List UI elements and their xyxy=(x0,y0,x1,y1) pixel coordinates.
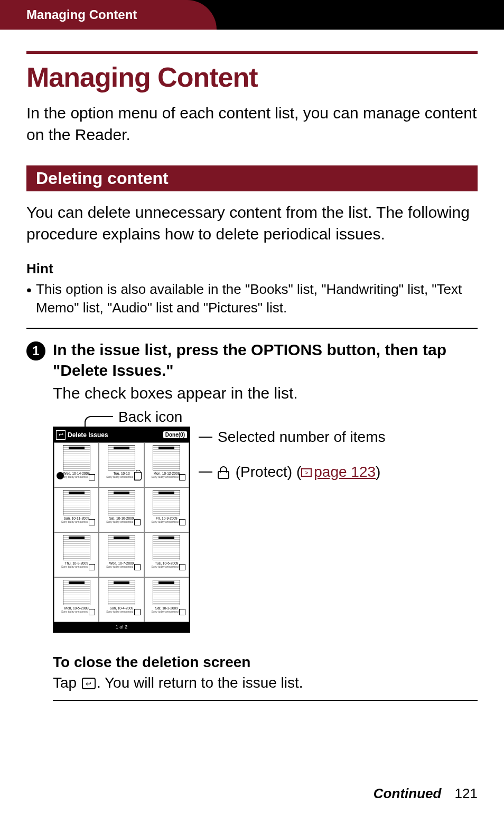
footer: Continued 121 xyxy=(374,785,478,802)
issue-cell[interactable]: Fri, 10-9-2009Sony today announced … xyxy=(144,487,189,532)
step-number-badge: 1 xyxy=(26,341,45,360)
issue-thumbnail xyxy=(63,580,90,605)
issue-subtitle: Sony today announced … xyxy=(106,475,137,478)
issue-thumbnail xyxy=(63,490,90,515)
header-band: Managing Content xyxy=(0,0,504,30)
issue-thumbnail xyxy=(108,580,135,605)
hint-list: This option is also available in the "Bo… xyxy=(26,280,478,317)
issue-cell[interactable]: Wed, 10-7-2009Sony today announced … xyxy=(99,532,144,577)
issue-thumbnail xyxy=(63,445,90,470)
issue-cell[interactable]: Tue, 10-6-2009Sony today announced … xyxy=(144,532,189,577)
back-icon-inline: ↩ xyxy=(82,678,96,689)
back-icon[interactable]: ↩ xyxy=(56,430,66,440)
issue-thumbnail xyxy=(108,535,135,560)
issue-thumbnail xyxy=(63,535,90,560)
issue-cell[interactable]: Sun, 10-4-2009Sony today announced … xyxy=(99,577,144,622)
callout-back-icon: Back icon xyxy=(85,409,478,426)
issue-cell[interactable]: Sun, 10-11-2009Sony today announced … xyxy=(54,487,99,532)
protect-close: ) xyxy=(376,464,380,480)
new-badge-icon xyxy=(57,472,64,479)
issue-cell[interactable]: Thu, 10-8-2009Sony today announced … xyxy=(54,532,99,577)
checkbox-icon[interactable] xyxy=(89,609,95,615)
issue-thumbnail xyxy=(153,445,180,470)
checkbox-icon[interactable] xyxy=(134,564,141,570)
issue-thumbnail xyxy=(108,490,135,515)
title-rule xyxy=(26,51,478,54)
issue-subtitle: Sony today announced … xyxy=(106,610,137,613)
checkbox-icon[interactable] xyxy=(89,474,95,480)
delete-issues-screenshot: ↩ Delete Issues Done(0) Wed, 10-14-2009S… xyxy=(53,427,190,633)
hint-item: This option is also available in the "Bo… xyxy=(36,280,478,317)
divider xyxy=(26,328,478,329)
issue-subtitle: Sony today announced … xyxy=(61,475,92,478)
checkbox-icon[interactable] xyxy=(179,564,185,570)
issue-date: Mon, 10-5-2009 xyxy=(64,606,89,610)
checkbox-icon[interactable] xyxy=(179,474,185,480)
issue-date: Sun, 10-11-2009 xyxy=(63,516,89,520)
issue-cell[interactable]: Tue, 10-13Sony today announced … xyxy=(99,442,144,487)
callout-protect: (Protect) (>page 123) xyxy=(199,464,478,480)
issue-thumbnail xyxy=(153,535,180,560)
sub-body-post: . You will return to the issue list. xyxy=(97,674,303,691)
section-description: You can delete unnecessary content from … xyxy=(26,202,478,245)
issue-date: Wed, 10-7-2009 xyxy=(109,561,134,565)
breadcrumb: Managing Content xyxy=(26,7,137,22)
xref-page-link[interactable]: page 123 xyxy=(314,464,376,480)
page-title: Managing Content xyxy=(26,61,478,93)
issue-cell[interactable]: Wed, 10-14-2009Sony today announced … xyxy=(54,442,99,487)
checkbox-icon[interactable] xyxy=(89,564,95,570)
issue-cell[interactable]: Mon, 10-12-2009Sony today announced … xyxy=(144,442,189,487)
step-subtitle: The check boxes appear in the list. xyxy=(53,383,478,404)
page-number: 121 xyxy=(455,785,478,801)
issue-thumbnail xyxy=(153,580,180,605)
issue-thumbnail xyxy=(153,490,180,515)
issue-date: Sat, 10-3-2009 xyxy=(155,606,178,610)
issue-date: Thu, 10-8-2009 xyxy=(64,561,88,565)
issue-date: Tue, 10-6-2009 xyxy=(155,561,178,565)
sub-body-pre: Tap xyxy=(53,674,81,691)
issue-date: Sun, 10-4-2009 xyxy=(110,606,134,610)
callout-protect-text: (Protect) (>page 123) xyxy=(218,464,380,480)
issue-subtitle: Sony today announced … xyxy=(106,565,137,568)
header-breadcrumb-tab: Managing Content xyxy=(0,0,169,30)
done-button[interactable]: Done(0) xyxy=(163,431,187,438)
xref-icon: > xyxy=(301,468,312,477)
issue-thumbnail xyxy=(108,445,135,470)
subsection-title: To close the deletion screen xyxy=(53,654,478,671)
issue-subtitle: Sony today announced … xyxy=(152,520,182,523)
issue-date: Sat, 10-10-2009 xyxy=(109,516,134,520)
callout-selected-text: Selected number of items xyxy=(218,429,386,446)
issue-date: Mon, 10-12-2009 xyxy=(154,471,180,475)
leader-line xyxy=(199,437,212,438)
continued-label: Continued xyxy=(374,785,442,801)
leader-line xyxy=(199,471,212,473)
issue-cell[interactable]: Sat, 10-10-2009Sony today announced … xyxy=(99,487,144,532)
checkbox-icon[interactable] xyxy=(179,609,185,615)
issue-subtitle: Sony today announced … xyxy=(152,610,182,613)
checkbox-icon[interactable] xyxy=(134,519,141,525)
subsection-body: Tap ↩. You will return to the issue list… xyxy=(53,673,478,693)
issue-cell[interactable]: Mon, 10-5-2009Sony today announced … xyxy=(54,577,99,622)
step-1: 1 In the issue list, press the OPTIONS b… xyxy=(26,339,478,701)
issue-subtitle: Sony today announced … xyxy=(152,475,182,478)
intro-text: In the option menu of each content list,… xyxy=(26,103,478,145)
issue-subtitle: Sony today announced … xyxy=(61,520,92,523)
lock-icon xyxy=(134,472,142,479)
step-title: In the issue list, press the OPTIONS but… xyxy=(53,339,478,381)
issue-subtitle: Sony today announced … xyxy=(152,565,182,568)
screenshot-title: Delete Issues xyxy=(68,431,161,439)
section-heading: Deleting content xyxy=(26,165,478,191)
issue-cell[interactable]: Sat, 10-3-2009Sony today announced … xyxy=(144,577,189,622)
issue-subtitle: Sony today announced … xyxy=(61,565,92,568)
pager: 1 of 2 xyxy=(54,622,189,632)
issue-date: Wed, 10-14-2009 xyxy=(63,471,90,475)
lock-icon xyxy=(218,466,229,479)
checkbox-icon[interactable] xyxy=(179,519,185,525)
issue-date: Tue, 10-13 xyxy=(113,471,129,475)
checkbox-icon[interactable] xyxy=(89,519,95,525)
issue-subtitle: Sony today announced … xyxy=(61,610,92,613)
hint-label: Hint xyxy=(26,261,478,277)
checkbox-icon[interactable] xyxy=(134,609,141,615)
issue-subtitle: Sony today announced … xyxy=(106,520,137,523)
protect-label: (Protect) ( xyxy=(236,464,301,480)
